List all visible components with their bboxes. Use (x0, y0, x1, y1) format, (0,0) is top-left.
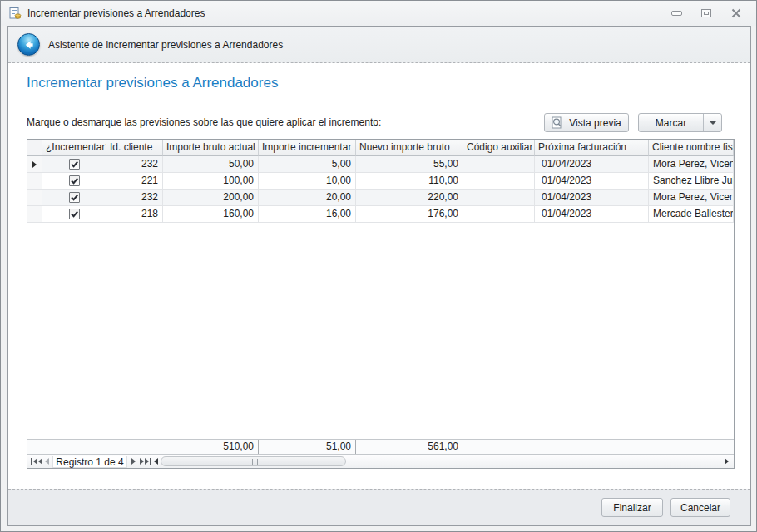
next-record-button[interactable] (131, 455, 136, 468)
previous-record-icon (45, 458, 49, 465)
maximize-button[interactable] (700, 7, 713, 20)
cell-importe-bruto-actual[interactable]: 100,00 (163, 173, 259, 190)
cell-incrementar[interactable] (42, 156, 106, 173)
row-indicator (27, 206, 42, 223)
current-row-indicator (27, 156, 42, 173)
column-header-incrementar[interactable]: ¿Incrementar? (42, 140, 106, 156)
header-row-indicator (27, 140, 42, 156)
cell-incrementar[interactable] (42, 206, 106, 223)
summary-importe-incrementar: 51,00 (259, 440, 356, 454)
column-header-nuevo-importe-bruto[interactable]: Nuevo importe bruto (356, 140, 463, 156)
table-row: 218 160,00 16,00 176,00 01/04/2023 Merca… (27, 206, 734, 223)
summary-importe-bruto-actual: 510,00 (163, 440, 259, 454)
cell-id-cliente[interactable]: 218 (106, 206, 163, 223)
page-title: Incrementar previsiones a Arrendadores (27, 75, 278, 91)
cell-codigo-auxiliar[interactable] (463, 173, 535, 190)
row-indicator (27, 173, 42, 190)
wizard-header: Asistente de incrementar previsiones a A… (8, 27, 750, 63)
column-header-codigo-auxiliar[interactable]: Código auxiliar (463, 140, 535, 156)
cell-nuevo-importe-bruto[interactable]: 176,00 (356, 206, 463, 223)
table-row: 232 50,00 5,00 55,00 01/04/2023 Mora Per… (27, 156, 734, 173)
cell-cliente[interactable]: Mora Perez, Vicente (649, 190, 734, 206)
record-navigator: Registro 1 de 4 (27, 454, 734, 468)
previous-record-button[interactable] (45, 455, 49, 468)
cell-incrementar[interactable] (42, 190, 106, 206)
check-icon (70, 176, 79, 185)
column-header-proxima-facturacion[interactable]: Próxima facturación (535, 140, 649, 156)
mark-split-button: Marcar (638, 113, 722, 132)
back-button[interactable] (17, 33, 40, 56)
row-checkbox[interactable] (69, 209, 80, 219)
column-header-id-cliente[interactable]: Id. cliente (106, 140, 163, 156)
first-record-icon (31, 458, 32, 465)
previsiones-grid: ¿Incrementar? Id. cliente Importe bruto … (27, 139, 735, 469)
cell-codigo-auxiliar[interactable] (463, 156, 535, 173)
first-record-button[interactable] (31, 455, 42, 468)
check-icon (70, 193, 79, 202)
column-header-importe-incrementar[interactable]: Importe incrementar (259, 140, 356, 156)
row-checkbox[interactable] (69, 159, 80, 170)
maximize-icon (701, 9, 711, 17)
titlebar: Incrementar previsiones a Arrendadores (1, 1, 756, 26)
cell-id-cliente[interactable]: 232 (106, 190, 163, 206)
last-record-button[interactable] (140, 455, 151, 468)
cell-importe-incrementar[interactable]: 10,00 (259, 173, 356, 190)
cell-cliente[interactable]: Mercade Ballesteros, (649, 206, 734, 223)
window-title: Incrementar previsiones a Arrendadores (27, 7, 205, 19)
cell-nuevo-importe-bruto[interactable]: 55,00 (356, 156, 463, 173)
record-count-label: Registro 1 de 4 (52, 456, 127, 468)
cell-proxima-facturacion[interactable]: 01/04/2023 (535, 190, 649, 206)
document-coins-icon (8, 7, 22, 20)
cell-importe-incrementar[interactable]: 5,00 (259, 156, 356, 173)
check-icon (70, 209, 79, 219)
row-checkbox[interactable] (69, 175, 80, 186)
horizontal-scrollbar-thumb[interactable] (161, 456, 346, 466)
close-button[interactable] (730, 7, 743, 20)
cell-id-cliente[interactable]: 232 (106, 156, 163, 173)
cell-importe-bruto-actual[interactable]: 50,00 (163, 156, 259, 173)
check-icon (70, 160, 79, 169)
scroll-left-button[interactable] (154, 455, 158, 468)
grid-header-row: ¿Incrementar? Id. cliente Importe bruto … (27, 140, 734, 156)
cell-nuevo-importe-bruto[interactable]: 110,00 (356, 173, 463, 190)
column-header-cliente-nombre-fiscal[interactable]: Cliente nombre fiscal (649, 140, 734, 156)
row-arrow-icon (32, 161, 37, 168)
main-panel: Asistente de incrementar previsiones a A… (7, 26, 751, 526)
mark-dropdown-button[interactable] (703, 114, 721, 131)
cell-codigo-auxiliar[interactable] (463, 206, 535, 223)
cell-codigo-auxiliar[interactable] (463, 190, 535, 206)
row-checkbox[interactable] (69, 192, 80, 203)
cell-id-cliente[interactable]: 221 (106, 173, 163, 190)
cell-cliente[interactable]: Sanchez Llibre Julian (649, 173, 734, 190)
mark-button[interactable]: Marcar (639, 114, 703, 131)
cell-importe-incrementar[interactable]: 16,00 (259, 206, 356, 223)
summary-nuevo-importe-bruto: 561,00 (356, 440, 463, 454)
instruction-text: Marque o desmarque las previsiones sobre… (27, 116, 381, 128)
magnifier-document-icon (552, 116, 563, 129)
cancel-button[interactable]: Cancelar (670, 498, 730, 517)
preview-button-label: Vista previa (569, 117, 621, 129)
cell-proxima-facturacion[interactable]: 01/04/2023 (535, 173, 649, 190)
scroll-left-icon (154, 458, 158, 465)
column-header-importe-bruto-actual[interactable]: Importe bruto actual (163, 140, 259, 156)
minimize-icon (671, 11, 682, 16)
scroll-right-icon (725, 458, 729, 465)
preview-button[interactable]: Vista previa (544, 113, 629, 132)
cell-incrementar[interactable] (42, 173, 106, 190)
cell-proxima-facturacion[interactable]: 01/04/2023 (535, 206, 649, 223)
dialog-footer: Finalizar Cancelar (8, 489, 750, 525)
cell-cliente[interactable]: Mora Perez, Vicente (649, 156, 734, 173)
summary-row: 510,00 51,00 561,00 (27, 439, 734, 454)
minimize-button[interactable] (670, 7, 683, 20)
scrollbar-grip-icon (250, 459, 250, 465)
scroll-right-button[interactable] (725, 455, 729, 468)
cell-nuevo-importe-bruto[interactable]: 220,00 (356, 190, 463, 206)
cell-proxima-facturacion[interactable]: 01/04/2023 (535, 156, 649, 173)
cell-importe-bruto-actual[interactable]: 160,00 (163, 206, 259, 223)
cell-importe-incrementar[interactable]: 20,00 (259, 190, 356, 206)
cell-importe-bruto-actual[interactable]: 200,00 (163, 190, 259, 206)
grid-empty-area (27, 223, 734, 439)
cancel-button-label: Cancelar (680, 502, 720, 514)
last-record-icon (140, 458, 144, 465)
finish-button[interactable]: Finalizar (601, 498, 663, 517)
